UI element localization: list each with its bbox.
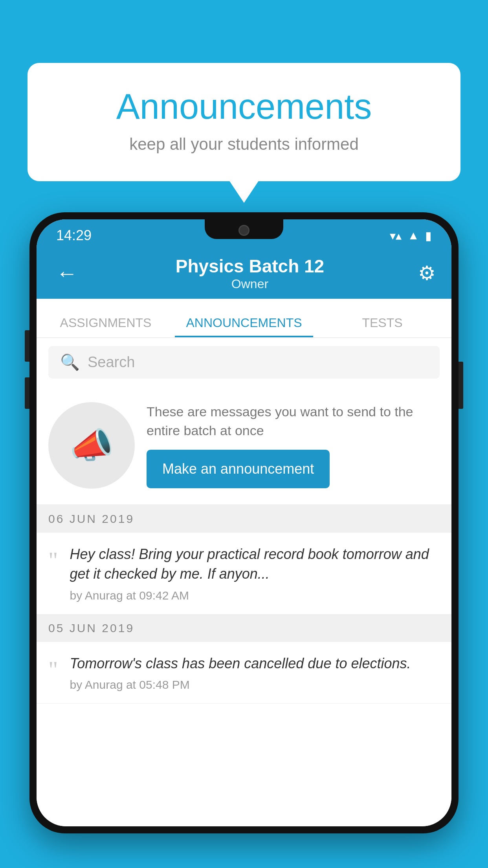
make-announcement-button[interactable]: Make an announcement — [147, 450, 330, 488]
bubble-title: Announcements — [59, 86, 429, 127]
announcement-text-1: Hey class! Bring your practical record b… — [70, 544, 440, 584]
app-bar-center: Physics Batch 12 Owner — [176, 256, 324, 291]
tab-tests[interactable]: TESTS — [313, 316, 451, 337]
power-button — [459, 362, 463, 409]
speech-bubble: Announcements keep all your students inf… — [28, 63, 460, 181]
app-bar: ← Physics Batch 12 Owner ⚙ — [37, 248, 451, 299]
phone-notch — [205, 219, 283, 239]
front-camera — [238, 225, 250, 236]
announcement-item-2[interactable]: " Tomorrow's class has been cancelled du… — [37, 642, 451, 704]
announcement-content-2: Tomorrow's class has been cancelled due … — [70, 654, 440, 691]
app-bar-subtitle: Owner — [176, 277, 324, 291]
promo-description: These are messages you want to send to t… — [147, 403, 440, 440]
wifi-icon: ▾▴ — [390, 229, 402, 243]
announcement-author-1: by Anurag at 09:42 AM — [70, 589, 440, 602]
phone-outer: 14:29 ▾▴ ▲ ▮ ← Physics Batch 12 Owner ⚙ … — [29, 212, 459, 833]
app-bar-title: Physics Batch 12 — [176, 256, 324, 277]
promo-icon-circle: 📣 — [48, 402, 135, 489]
quote-icon-1: " — [48, 548, 58, 572]
promo-right: These are messages you want to send to t… — [147, 403, 440, 488]
settings-button[interactable]: ⚙ — [418, 262, 436, 285]
date-separator-1: 06 JUN 2019 — [37, 505, 451, 533]
search-placeholder: Search — [88, 354, 135, 371]
announcement-content-1: Hey class! Bring your practical record b… — [70, 544, 440, 602]
tab-announcements[interactable]: ANNOUNCEMENTS — [175, 316, 313, 337]
speech-bubble-container: Announcements keep all your students inf… — [28, 63, 460, 181]
search-icon: 🔍 — [60, 353, 80, 371]
phone-screen: 14:29 ▾▴ ▲ ▮ ← Physics Batch 12 Owner ⚙ … — [37, 219, 451, 826]
date-separator-2: 05 JUN 2019 — [37, 614, 451, 642]
bubble-subtitle: keep all your students informed — [59, 135, 429, 154]
back-button[interactable]: ← — [52, 257, 82, 290]
search-bar: 🔍 Search — [37, 338, 451, 386]
tabs-bar: ASSIGNMENTS ANNOUNCEMENTS TESTS — [37, 299, 451, 338]
screen-content: 🔍 Search 📣 These are messages you want t… — [37, 338, 451, 826]
megaphone-icon: 📣 — [70, 425, 114, 466]
promo-section: 📣 These are messages you want to send to… — [37, 386, 451, 505]
status-icons: ▾▴ ▲ ▮ — [390, 229, 432, 243]
battery-icon: ▮ — [425, 229, 432, 243]
signal-icon: ▲ — [407, 229, 419, 242]
volume-down-button — [25, 377, 29, 409]
volume-up-button — [25, 330, 29, 362]
quote-icon-2: " — [48, 658, 58, 681]
announcement-text-2: Tomorrow's class has been cancelled due … — [70, 654, 440, 673]
search-input-wrapper[interactable]: 🔍 Search — [48, 346, 440, 379]
status-time: 14:29 — [56, 227, 92, 244]
announcement-item-1[interactable]: " Hey class! Bring your practical record… — [37, 533, 451, 614]
phone-container: 14:29 ▾▴ ▲ ▮ ← Physics Batch 12 Owner ⚙ … — [29, 212, 459, 868]
tab-assignments[interactable]: ASSIGNMENTS — [37, 316, 175, 337]
announcement-author-2: by Anurag at 05:48 PM — [70, 678, 440, 691]
